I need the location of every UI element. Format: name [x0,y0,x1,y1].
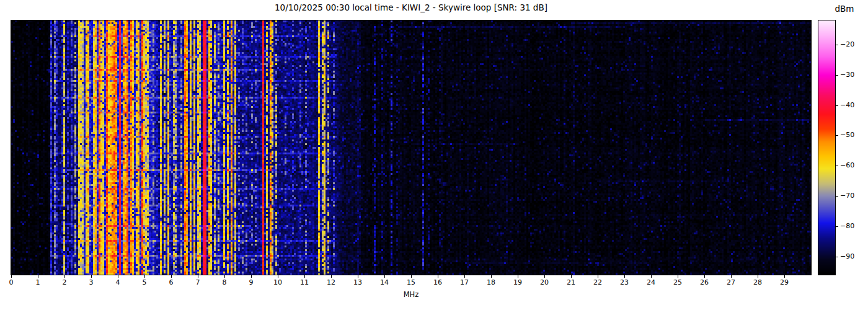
x-tick-label: 22 [588,278,607,286]
colorbar-canvas [818,20,836,275]
x-tick-mark [171,275,172,278]
colorbar-tick-mark [836,105,838,106]
colorbar-tick-label: −40 [840,102,854,109]
x-tick-mark [624,275,625,278]
x-tick-mark [91,275,92,278]
x-tick-label: 29 [775,278,794,286]
x-tick-label: 13 [348,278,367,286]
x-tick-mark [304,275,305,278]
x-tick-label: 17 [455,278,474,286]
x-tick-label: 12 [322,278,340,286]
x-tick-label: 24 [642,278,660,286]
x-tick-label: 28 [748,278,767,286]
colorbar-tick-label: −20 [840,41,854,48]
x-tick-label: 11 [295,278,314,286]
x-tick-mark [331,275,332,278]
x-tick-label: 4 [108,278,127,286]
x-tick-mark [198,275,198,278]
x-tick-label: 5 [135,278,154,286]
colorbar-tick-mark [836,75,838,76]
x-tick-label: 2 [55,278,74,286]
x-tick-mark [544,275,545,278]
x-tick-mark [384,275,385,278]
colorbar-tick-label: −80 [840,223,854,230]
x-tick-label: 27 [722,278,740,286]
colorbar-tick-label: −60 [840,162,854,169]
x-tick-label: 1 [29,278,47,286]
colorbar-tick-mark [836,226,838,227]
x-tick-mark [464,275,465,278]
colorbar-tick-mark [836,135,838,136]
x-tick-label: 15 [402,278,420,286]
colorbar-unit-label: dBm [826,4,863,14]
x-tick-mark [731,275,732,278]
x-tick-mark [224,275,225,278]
colorbar-tick-mark [836,45,838,45]
chart-title: 10/10/2025 00:30 local time - KIWI_2 - S… [11,2,811,12]
x-tick-mark [438,275,438,278]
x-tick-mark [491,275,492,278]
x-tick-mark [784,275,785,278]
spectrogram-figure: 10/10/2025 00:30 local time - KIWI_2 - S… [0,0,868,310]
x-tick-mark [251,275,252,278]
colorbar-tick-label: −30 [840,71,854,79]
x-tick-label: 26 [695,278,714,286]
x-tick-mark [358,275,358,278]
x-tick-label: 3 [82,278,100,286]
x-tick-mark [118,275,118,278]
x-tick-mark [411,275,412,278]
colorbar-tick-label: −70 [840,192,854,200]
x-tick-label: 25 [668,278,687,286]
x-tick-mark [11,275,12,278]
x-tick-label: 6 [162,278,180,286]
x-tick-label: 0 [2,278,20,286]
x-tick-label: 19 [508,278,527,286]
x-tick-mark [278,275,278,278]
colorbar-tick-label: −90 [840,253,854,260]
spectrogram-canvas [11,20,812,275]
x-tick-label: 18 [482,278,500,286]
x-tick-mark [678,275,678,278]
x-tick-label: 9 [242,278,260,286]
x-tick-label: 14 [375,278,394,286]
x-tick-mark [651,275,652,278]
colorbar-tick-mark [836,257,838,257]
x-axis-label: MHz [11,290,811,299]
x-tick-mark [571,275,572,278]
x-tick-label: 23 [615,278,634,286]
x-tick-mark [704,275,705,278]
colorbar-tick-mark [836,196,838,197]
colorbar-tick-label: −50 [840,131,854,139]
x-tick-label: 7 [188,278,207,286]
colorbar-tick-mark [836,166,838,166]
x-tick-mark [758,275,758,278]
x-tick-label: 20 [535,278,554,286]
x-tick-mark [64,275,65,278]
x-tick-label: 10 [268,278,287,286]
x-tick-label: 8 [215,278,234,286]
x-tick-mark [518,275,518,278]
x-tick-mark [38,275,38,278]
x-tick-label: 16 [428,278,447,286]
x-tick-mark [598,275,598,278]
x-tick-label: 21 [562,278,580,286]
x-tick-mark [144,275,145,278]
